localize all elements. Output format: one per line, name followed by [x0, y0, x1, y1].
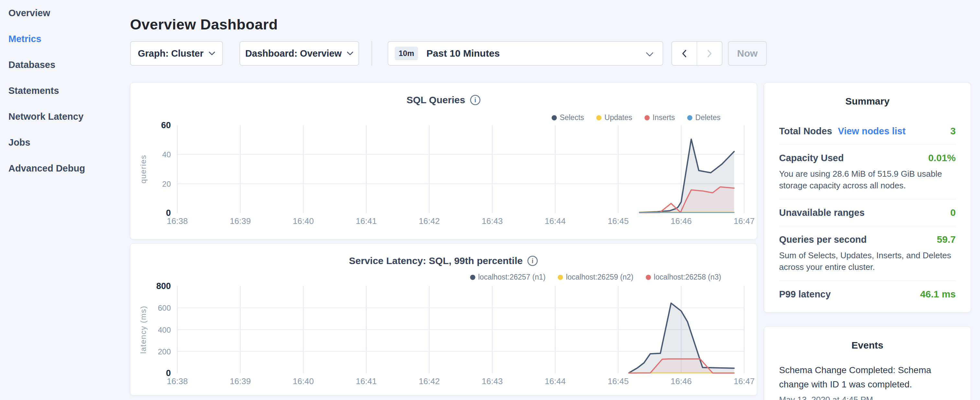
- sidebar-item-databases[interactable]: Databases: [8, 52, 129, 78]
- events-panel: Events Schema Change Completed: Schema c…: [764, 327, 971, 400]
- svg-text:16:46: 16:46: [671, 376, 692, 386]
- summary-row-value: 59.7: [937, 234, 956, 245]
- app-root: OverviewMetricsDatabasesStatementsNetwor…: [0, 0, 980, 400]
- summary-row-value: 46.1 ms: [920, 288, 956, 300]
- time-forward-button[interactable]: [697, 42, 722, 65]
- svg-text:queries: queries: [139, 155, 148, 183]
- events-list: Schema Change Completed: Schema change w…: [779, 363, 956, 400]
- summary-row: Total NodesView nodes list3: [779, 118, 956, 145]
- event-timestamp: May 13, 2020 at 4:45 PM: [779, 395, 956, 400]
- sidebar-item-jobs[interactable]: Jobs: [8, 129, 129, 155]
- sidebar-item-advanced-debug[interactable]: Advanced Debug: [8, 155, 129, 181]
- events-title: Events: [779, 327, 956, 351]
- summary-row: Queries per second59.7Sum of Selects, Up…: [779, 226, 956, 281]
- now-button[interactable]: Now: [728, 41, 767, 66]
- service-latency-chart-card: Service Latency: SQL, 99th percentile i …: [130, 243, 757, 395]
- svg-text:600: 600: [158, 304, 171, 312]
- svg-text:16:46: 16:46: [671, 216, 692, 226]
- svg-text:16:41: 16:41: [356, 216, 377, 226]
- time-back-button[interactable]: [672, 42, 697, 65]
- summary-row: Capacity Used0.01%You are using 28.6 MiB…: [779, 145, 956, 199]
- summary-rows: Total NodesView nodes list3Capacity Used…: [779, 118, 956, 308]
- svg-text:400: 400: [158, 325, 171, 334]
- summary-row-value: 0.01%: [928, 153, 956, 163]
- svg-text:16:39: 16:39: [230, 216, 251, 226]
- svg-text:16:42: 16:42: [418, 376, 440, 386]
- event-message: Schema Change Completed: Schema change w…: [779, 363, 956, 392]
- summary-row-value: 3: [950, 126, 956, 137]
- svg-text:200: 200: [158, 347, 171, 356]
- svg-text:16:44: 16:44: [544, 216, 566, 226]
- svg-text:0: 0: [166, 368, 171, 378]
- chevron-right-icon: [706, 49, 713, 58]
- summary-row-label: P99 latency: [779, 289, 831, 300]
- svg-text:16:43: 16:43: [482, 216, 503, 226]
- summary-row-label: Total Nodes: [779, 126, 832, 137]
- graph-dropdown-label: Graph: Cluster: [138, 48, 204, 59]
- graph-dropdown[interactable]: Graph: Cluster: [130, 41, 223, 66]
- sidebar-item-overview[interactable]: Overview: [8, 0, 129, 26]
- svg-text:16:47: 16:47: [733, 216, 754, 226]
- sidebar-item-statements[interactable]: Statements: [8, 78, 129, 104]
- svg-text:16:47: 16:47: [733, 376, 754, 386]
- dashboard-dropdown[interactable]: Dashboard: Overview: [239, 41, 359, 66]
- summary-row-label: Unavailable ranges: [779, 207, 864, 218]
- svg-text:16:44: 16:44: [544, 376, 566, 386]
- svg-text:16:42: 16:42: [418, 216, 440, 226]
- chevron-down-icon: [347, 51, 353, 56]
- summary-row-label: Queries per second: [779, 234, 867, 245]
- svg-text:latency (ms): latency (ms): [139, 306, 148, 354]
- event-item: Schema Change Completed: Schema change w…: [779, 363, 956, 400]
- time-window-badge: 10m: [395, 46, 418, 60]
- chevron-down-icon: [209, 51, 215, 56]
- sql-queries-chart: 16:3816:3916:4016:4116:4216:4316:4416:45…: [130, 83, 757, 240]
- svg-text:16:40: 16:40: [293, 216, 314, 226]
- svg-text:16:45: 16:45: [608, 216, 628, 226]
- chevron-left-icon: [681, 49, 687, 58]
- summary-row-description: Sum of Selects, Updates, Inserts, and De…: [779, 250, 956, 273]
- svg-text:16:39: 16:39: [230, 376, 251, 386]
- summary-panel: Summary Total NodesView nodes list3Capac…: [764, 83, 971, 312]
- svg-text:60: 60: [161, 120, 171, 130]
- summary-row: Unavailable ranges0: [779, 199, 956, 226]
- time-window-label: Past 10 Minutes: [426, 48, 500, 59]
- svg-text:0: 0: [166, 208, 171, 218]
- time-step-arrows: [671, 41, 722, 66]
- sidebar-item-metrics[interactable]: Metrics: [8, 26, 129, 52]
- svg-text:16:41: 16:41: [356, 376, 377, 386]
- svg-text:40: 40: [162, 150, 171, 159]
- svg-text:20: 20: [162, 180, 171, 188]
- svg-text:16:45: 16:45: [608, 376, 628, 386]
- svg-text:16:40: 16:40: [293, 376, 314, 386]
- summary-title: Summary: [779, 83, 956, 107]
- sidebar-item-network-latency[interactable]: Network Latency: [8, 104, 129, 129]
- dashboard-dropdown-label: Dashboard: Overview: [245, 48, 342, 59]
- summary-row-label: Capacity Used: [779, 153, 844, 163]
- svg-text:800: 800: [156, 281, 171, 291]
- chevron-down-icon: [646, 52, 654, 57]
- controls-divider: [371, 41, 372, 66]
- summary-row: P99 latency46.1 ms: [779, 281, 956, 308]
- page-title: Overview Dashboard: [130, 16, 278, 33]
- service-latency-chart: 16:3816:3916:4016:4116:4216:4316:4416:45…: [130, 244, 757, 396]
- summary-row-description: You are using 28.6 MiB of 515.9 GiB usab…: [779, 168, 956, 191]
- time-window-selector[interactable]: 10m Past 10 Minutes: [388, 41, 663, 66]
- sql-queries-chart-card: SQL Queries i SelectsUpdatesInsertsDelet…: [130, 83, 757, 239]
- svg-text:16:43: 16:43: [482, 376, 503, 386]
- view-nodes-list-link[interactable]: View nodes list: [838, 126, 905, 137]
- sidebar: OverviewMetricsDatabasesStatementsNetwor…: [0, 0, 129, 400]
- summary-row-value: 0: [950, 207, 956, 218]
